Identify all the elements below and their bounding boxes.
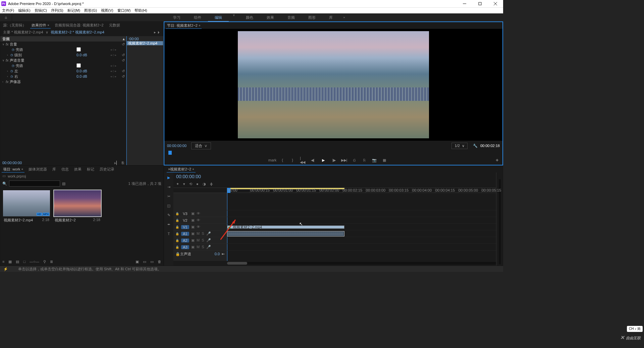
zoom-fit-select[interactable]: 适合 ∨	[191, 142, 211, 149]
track-output-icon[interactable]: ▣	[191, 225, 195, 229]
timeline-opt-0[interactable]: ✦	[176, 182, 179, 186]
timeline-opt-5[interactable]: ᚖ	[210, 182, 213, 186]
voice-icon[interactable]: 🎤	[206, 238, 211, 242]
ec-play-toggle[interactable]: ▸ ⏵	[154, 30, 161, 34]
twirl-icon[interactable]: ›	[7, 75, 10, 78]
menu-视图(V)[interactable]: 视图(V)	[99, 8, 115, 13]
ec-mini-playhead[interactable]	[126, 36, 127, 165]
project-tab-1[interactable]: 媒体浏览器	[26, 166, 50, 172]
timeline-tool-6[interactable]: T	[166, 231, 172, 237]
keyframe-nav[interactable]: ◂ ◇ ▸	[107, 75, 120, 78]
video-track-header[interactable]: 🔒V3▣👁	[173, 210, 227, 217]
ec-footer-play-icon[interactable]: ▹▏	[114, 161, 119, 165]
close-button[interactable]	[488, 0, 503, 7]
workspace-图形[interactable]: 图形	[302, 13, 322, 21]
workspace-组件[interactable]: 组件	[187, 13, 208, 21]
timeline-opt-1[interactable]: ▾	[183, 182, 185, 186]
workspace-overflow[interactable]: »	[339, 16, 349, 19]
twirl-icon[interactable]: ∨	[2, 43, 6, 46]
track-eye-icon[interactable]: 👁	[197, 218, 200, 222]
track-output-icon[interactable]: ▣	[191, 238, 195, 242]
timeline-tool-5[interactable]: ✒	[166, 221, 172, 227]
project-bottom-icon-6[interactable]: ≣	[50, 260, 53, 264]
timeline-tool-2[interactable]: ✂	[166, 193, 172, 199]
track-name[interactable]: V2	[181, 218, 189, 222]
keyframe-nav[interactable]: ◂ ◇ ▸	[107, 54, 120, 57]
project-bottom-icon-2[interactable]: ▤	[16, 260, 19, 264]
reset-icon[interactable]: ↺	[120, 53, 126, 57]
ec-footer-lift-icon[interactable]: ⎘	[122, 161, 124, 165]
keyframe-nav[interactable]: ◂ ◇ ▸	[107, 70, 120, 73]
ec-right-val[interactable]: 0.0 dB	[76, 74, 107, 78]
maximize-button[interactable]	[472, 0, 488, 7]
timeline-opt-2[interactable]: ⟲	[189, 182, 192, 186]
source-tab-0[interactable]: 源:（无剪辑）	[0, 22, 29, 28]
zoom-scrollbar[interactable]	[227, 262, 496, 265]
menu-序列(S)[interactable]: 序列(S)	[49, 8, 65, 13]
menu-剪辑(C)[interactable]: 剪辑(C)	[33, 8, 49, 13]
twirl-icon[interactable]: ∨	[2, 59, 6, 62]
project-tab-3[interactable]: 信息	[59, 166, 71, 172]
lock-icon[interactable]: 🔒	[175, 225, 179, 229]
timeline-opt-3[interactable]: ●	[196, 182, 199, 186]
reset-icon[interactable]: ↺	[120, 42, 126, 47]
solo-icon[interactable]: S	[202, 238, 204, 242]
timeline-tool-0[interactable]: ▶	[166, 175, 172, 181]
transport-btn-8[interactable]: ⎙	[352, 157, 357, 163]
timeline-ruler[interactable]: :00:0000:00:00:1500:00:01:0000:00:01:150…	[173, 188, 496, 193]
reset-icon[interactable]: ↺	[120, 74, 126, 79]
bin-icon[interactable]: ▭	[2, 174, 6, 178]
add-button[interactable]: +	[494, 157, 500, 163]
filter-icon[interactable]: ▧	[62, 182, 65, 186]
project-tab-6[interactable]: 历史记录	[97, 166, 117, 172]
menu-编辑(E)[interactable]: 编辑(E)	[16, 8, 33, 13]
timeline-opt-4[interactable]: ◑	[203, 182, 206, 186]
project-tab-0[interactable]: 项目: work≡	[0, 166, 26, 172]
workspace-dropdown-icon[interactable]: ∨	[229, 13, 239, 21]
timeline-tool-1[interactable]: ⇥	[166, 184, 172, 190]
track-name[interactable]: A2	[181, 238, 189, 242]
solo-icon[interactable]: S	[202, 231, 204, 236]
stopwatch-icon[interactable]: ◷	[12, 48, 16, 51]
workspace-库[interactable]: 库	[322, 13, 339, 21]
project-bottom-icon-9[interactable]: ▭	[150, 260, 154, 264]
stopwatch-icon[interactable]: ◷	[10, 69, 14, 73]
program-tc[interactable]: 00:00:00:00	[167, 144, 186, 148]
track-name[interactable]: A3	[181, 245, 189, 249]
workspace-学习[interactable]: 学习	[166, 13, 187, 21]
transport-btn-7[interactable]: ▶▶|	[341, 157, 347, 163]
minimize-button[interactable]	[457, 0, 472, 7]
menu-帮助(H)[interactable]: 帮助(H)	[132, 8, 149, 13]
solo-icon[interactable]: S	[202, 245, 204, 249]
video-track-header[interactable]: 🔒V2▣👁	[173, 217, 227, 224]
reset-icon[interactable]: ↺	[120, 58, 126, 63]
source-tab-2[interactable]: 音频剪辑混合器: 视频素材2~2	[52, 22, 106, 28]
ec-audio-up-icon[interactable]: ▴	[123, 37, 125, 41]
project-bottom-icon-3[interactable]: □	[23, 260, 25, 264]
project-bottom-icon-0[interactable]: ≡	[2, 260, 4, 264]
voice-icon[interactable]: 🎤	[206, 231, 211, 236]
transport-btn-3[interactable]: |◀◀	[300, 157, 305, 163]
transport-btn-4[interactable]: ◀|	[310, 157, 315, 163]
transport-btn-0[interactable]: mark	[270, 157, 275, 163]
keyframe-nav[interactable]: ◂ ◇ ▸	[107, 64, 120, 67]
lock-icon[interactable]: 🔒	[175, 246, 179, 249]
lock-icon[interactable]: 🔒	[175, 232, 179, 235]
stopwatch-icon[interactable]: ◷	[12, 64, 16, 67]
search-input[interactable]	[9, 181, 60, 187]
track-eye-icon[interactable]: 👁	[197, 211, 200, 216]
project-bottom-icon-5[interactable]: ⚲	[43, 260, 46, 264]
bypass-checkbox[interactable]	[76, 47, 81, 52]
lock-icon[interactable]: 🔒	[175, 252, 180, 256]
clip-card[interactable]: 视频素材2~22:18	[54, 190, 101, 255]
project-bottom-icon-10[interactable]: 🗑	[158, 260, 161, 264]
track-output-icon[interactable]: ▣	[191, 211, 195, 216]
twirl-icon[interactable]: ›	[7, 54, 10, 57]
project-tab-5[interactable]: 标记	[84, 166, 97, 172]
twirl-icon[interactable]: ›	[7, 70, 10, 73]
program-tab[interactable]: 节目: 视频素材2~2≡	[164, 22, 203, 29]
transport-btn-6[interactable]: |▶	[331, 157, 337, 163]
timeline-tool-4[interactable]: ✎	[166, 212, 172, 218]
menu-文件(F)[interactable]: 文件(F)	[0, 8, 16, 13]
settings-icon[interactable]: 🔧	[473, 144, 478, 148]
